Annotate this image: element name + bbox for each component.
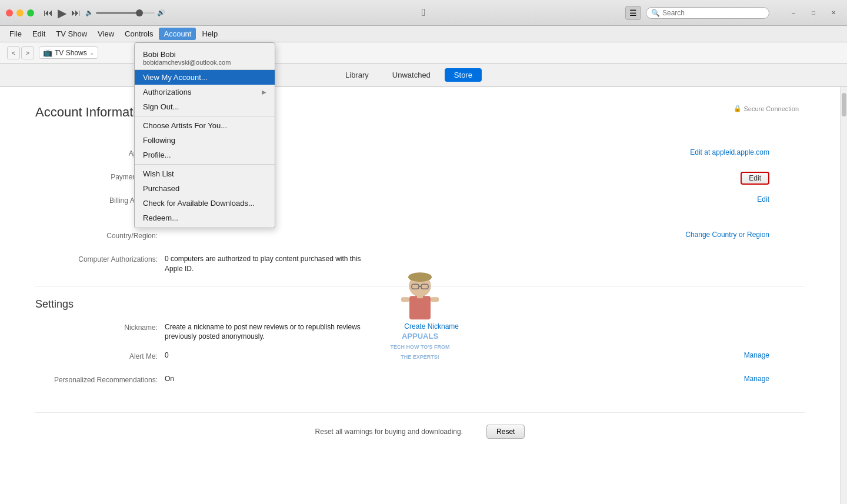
menu-tvshow[interactable]: TV Show <box>51 28 92 40</box>
country-region-row: Country/Region: Change Country or Region <box>35 231 805 245</box>
search-box[interactable]: 🔍 <box>646 7 769 19</box>
title-bar: ⏮ ▶ ⏭ 🔈 🔊  ☰ 🔍 – □ ✕ <box>0 0 847 26</box>
main-content: Account Information 🔒 Secure Connection … <box>0 87 847 504</box>
maximize-window-button[interactable] <box>27 9 34 16</box>
billing-edit-link[interactable]: Edit <box>757 195 769 203</box>
country-region-label: Country/Region: <box>35 231 165 240</box>
volume-icon: 🔈 <box>85 9 94 16</box>
dropdown-item-signout[interactable]: Sign Out... <box>135 99 275 114</box>
tab-library[interactable]: Library <box>336 68 378 82</box>
personalized-value: On <box>165 375 687 383</box>
forward-button[interactable]: > <box>21 46 34 59</box>
menu-bar: File Edit TV Show View Controls Account … <box>0 26 847 42</box>
dropdown-item-following[interactable]: Following <box>135 133 275 148</box>
search-input[interactable] <box>662 9 764 17</box>
reset-button[interactable]: Reset <box>486 425 525 439</box>
window-controls <box>6 9 34 16</box>
secure-connection: 🔒 Secure Connection <box>733 105 799 112</box>
dropdown-username: Bobi Bobi <box>143 50 266 59</box>
alert-manage-link[interactable]: Manage <box>687 351 805 359</box>
volume-track[interactable] <box>96 12 155 14</box>
personalized-label: Personalized Recommendations: <box>35 375 165 384</box>
dropdown-item-authorizations[interactable]: Authorizations ▶ <box>135 85 275 99</box>
breadcrumb-dropdown-icon[interactable]: ⌄ <box>89 49 94 56</box>
nav-arrows: < > <box>7 46 34 59</box>
back-button[interactable]: < <box>7 46 20 59</box>
personalized-manage-link[interactable]: Manage <box>687 375 805 383</box>
settings-heading: Settings <box>35 298 805 311</box>
transport-controls: ⏮ ▶ ⏭ <box>44 6 81 20</box>
dropdown-item-purchased[interactable]: Purchased <box>135 181 275 196</box>
create-nickname-link[interactable]: Create Nickname <box>376 322 494 331</box>
rewind-button[interactable]: ⏮ <box>44 8 53 18</box>
scrollbar[interactable] <box>840 87 847 504</box>
edit-at-appleid-link[interactable]: Edit at appleid.apple.com <box>687 148 805 156</box>
menu-view[interactable]: View <box>93 28 119 40</box>
fastforward-button[interactable]: ⏭ <box>71 8 81 18</box>
dropdown-item-view-account[interactable]: View My Account... <box>135 70 275 85</box>
content-area: Account Information 🔒 Secure Connection … <box>0 87 840 504</box>
title-bar-right: ☰ 🔍 – □ ✕ <box>625 6 841 20</box>
restore-btn[interactable]: □ <box>806 7 821 19</box>
computer-auth-row: Computer Authorizations: 0 computers are… <box>35 254 805 274</box>
payment-edit-action: Edit <box>687 172 805 185</box>
personalized-row: Personalized Recommendations: On Manage <box>35 375 805 389</box>
menu-controls[interactable]: Controls <box>120 28 158 40</box>
volume-slider[interactable]: 🔈 🔊 <box>85 9 165 16</box>
tv-icon: 📺 <box>43 48 52 57</box>
nav-bar: < > 📺 TV Shows ⌄ <box>0 42 847 64</box>
section-heading: Account Information <box>35 105 151 120</box>
menu-edit[interactable]: Edit <box>28 28 50 40</box>
nickname-row: Nickname: Create a nickname to post new … <box>35 322 805 342</box>
reset-label: Reset all warnings for buying and downlo… <box>315 428 463 436</box>
watermark: APPUALSTECH HOW TO'S FROMTHE EXPERTS! <box>385 271 455 362</box>
dropdown-item-wishlist[interactable]: Wish List <box>135 166 275 181</box>
computer-auth-value: 0 computers are authorized to play conte… <box>165 254 376 274</box>
menu-file[interactable]: File <box>5 28 26 40</box>
authorizations-arrow: ▶ <box>262 89 266 95</box>
reset-section: Reset all warnings for buying and downlo… <box>35 412 805 439</box>
close-window-button[interactable] <box>6 9 13 16</box>
dropdown-item-check-downloads[interactable]: Check for Available Downloads... <box>135 196 275 211</box>
search-icon: 🔍 <box>651 9 660 17</box>
account-dropdown-menu: Bobi Bobi bobidamchevski@outlook.com Vie… <box>134 42 275 228</box>
tab-bar: Library Unwatched Store <box>0 64 847 87</box>
play-button[interactable]: ▶ <box>58 6 66 20</box>
dropdown-item-profile[interactable]: Profile... <box>135 148 275 162</box>
nickname-value: Create a nickname to post new reviews or… <box>165 322 376 342</box>
breadcrumb[interactable]: 📺 TV Shows ⌄ <box>39 46 98 59</box>
minimize-btn[interactable]: – <box>786 7 801 19</box>
close-btn[interactable]: ✕ <box>826 7 841 19</box>
billing-edit-action: Edit <box>687 195 805 203</box>
dropdown-item-redeem[interactable]: Redeem... <box>135 211 275 225</box>
volume-high-icon: 🔊 <box>157 9 165 16</box>
alert-me-row: Alert Me: 0 Manage <box>35 351 805 365</box>
tab-store[interactable]: Store <box>445 68 482 82</box>
menu-help[interactable]: Help <box>197 28 222 40</box>
change-country-link[interactable]: Change Country or Region <box>685 231 805 239</box>
tab-unwatched[interactable]: Unwatched <box>383 68 440 82</box>
dropdown-email: bobidamchevski@outlook.com <box>143 59 266 66</box>
breadcrumb-label: TV Shows <box>55 49 87 57</box>
svg-rect-2 <box>412 284 419 289</box>
dropdown-item-choose-artists[interactable]: Choose Artists For You... <box>135 118 275 133</box>
alert-me-value: 0 <box>165 351 687 359</box>
nickname-label: Nickname: <box>35 322 165 332</box>
computer-auth-label: Computer Authorizations: <box>35 254 165 263</box>
alert-me-label: Alert Me: <box>35 351 165 361</box>
volume-thumb[interactable] <box>136 9 143 16</box>
lock-icon: 🔒 <box>733 105 742 112</box>
menu-account[interactable]: Account <box>159 28 196 40</box>
list-view-button[interactable]: ☰ <box>625 6 641 20</box>
edit-payment-button[interactable]: Edit <box>741 172 769 185</box>
svg-rect-3 <box>421 284 428 289</box>
minimize-window-button[interactable] <box>16 9 24 16</box>
apple-logo:  <box>422 6 426 19</box>
dropdown-user-info: Bobi Bobi bobidamchevski@outlook.com <box>135 45 275 70</box>
